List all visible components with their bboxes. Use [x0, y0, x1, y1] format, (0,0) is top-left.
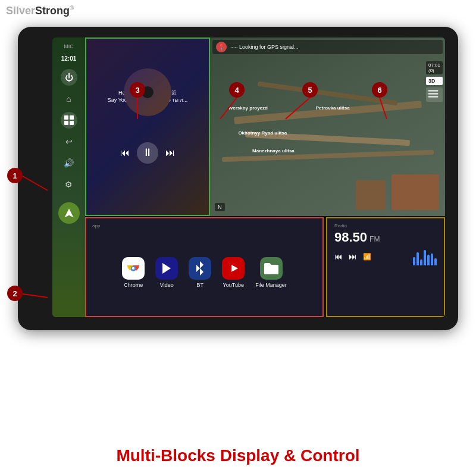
- app-bt[interactable]: BT: [189, 257, 211, 288]
- radio-prev-button[interactable]: ⏮: [334, 252, 343, 261]
- annotation-5: 5: [302, 82, 318, 98]
- apps-panel: app: [85, 217, 324, 317]
- left-sidebar: MIC 12:01 ⏻ ⌂ ↩ 🔊 ⚙: [52, 37, 85, 317]
- next-button[interactable]: ⏭: [165, 148, 175, 158]
- apps-section-label: app: [92, 223, 317, 228]
- svg-marker-7: [162, 263, 171, 274]
- bottom-section: app: [85, 217, 445, 317]
- youtube-label: YouTube: [223, 282, 244, 288]
- gps-icon: 📍: [216, 42, 227, 52]
- map-road-label-1: Iverskoy proyezd: [229, 105, 268, 111]
- svg-rect-0: [428, 90, 439, 92]
- prev-button[interactable]: ⏮: [120, 148, 130, 158]
- radio-band: FM: [369, 235, 380, 243]
- map-3d-button[interactable]: 3D: [426, 77, 443, 85]
- youtube-icon: [222, 257, 245, 280]
- bt-icon: [189, 257, 211, 280]
- top-section: Неприступная 难以接近 Say You Love (Скажи, ч…: [85, 37, 445, 216]
- annotation-6: 6: [372, 82, 387, 98]
- apps-grid-icon[interactable]: [61, 112, 77, 129]
- brand-header: SilverStrong®: [6, 5, 74, 17]
- app-filemanager[interactable]: File Manager: [255, 257, 287, 288]
- wave-bar-3: [420, 259, 422, 265]
- screen: MIC 12:01 ⏻ ⌂ ↩ 🔊 ⚙: [52, 37, 445, 317]
- annotation-4: 4: [229, 82, 245, 98]
- settings-icon[interactable]: ⚙: [61, 176, 77, 193]
- map-layers-button[interactable]: [426, 87, 443, 102]
- radio-scan-button[interactable]: 📶: [363, 253, 371, 261]
- mic-label: MIC: [64, 43, 74, 49]
- map-gps-header: 📍 ····· Looking for GPS signal...: [212, 40, 443, 54]
- video-icon: [155, 257, 178, 280]
- svg-rect-1: [428, 93, 439, 95]
- app-youtube[interactable]: YouTube: [222, 257, 245, 288]
- map-direction: N: [215, 203, 225, 211]
- chrome-label: Chrome: [124, 282, 143, 288]
- main-content: Неприступная 难以接近 Say You Love (Скажи, ч…: [85, 37, 445, 317]
- chrome-icon: [122, 257, 145, 280]
- gps-status-text: ····· Looking for GPS signal...: [230, 44, 439, 50]
- apps-grid: Chrome Video: [92, 233, 317, 311]
- annotation-1: 1: [7, 168, 23, 183]
- map-building: [392, 174, 439, 210]
- video-label: Video: [160, 282, 174, 288]
- navigation-icon[interactable]: [58, 202, 80, 224]
- map-widget: Iverskoy proyezd Petrovka ulitsa Okhotny…: [210, 37, 445, 216]
- filemanager-label: File Manager: [255, 282, 287, 288]
- wave-bar-7: [434, 258, 437, 265]
- filemanager-icon: [260, 257, 283, 280]
- radio-waveform: [413, 248, 437, 265]
- radio-controls: ⏮ ⏭ 📶: [334, 248, 437, 265]
- clock-display: 12:01: [61, 55, 77, 62]
- home-icon[interactable]: ⌂: [61, 90, 77, 107]
- radio-section-label: Radio: [334, 223, 437, 228]
- wave-bar-2: [416, 252, 419, 265]
- volume-down-icon[interactable]: 🔊: [61, 155, 77, 171]
- wave-bar-4: [424, 250, 426, 265]
- device-wrapper: MIC 12:01 ⏻ ⌂ ↩ 🔊 ⚙: [18, 27, 458, 330]
- power-icon[interactable]: ⏻: [61, 69, 77, 86]
- bt-label: BT: [196, 282, 203, 288]
- radio-freq-value: 98.50: [334, 231, 367, 244]
- map-right-controls: 07:01 (0) 3D: [426, 61, 443, 102]
- wave-bar-6: [431, 253, 433, 265]
- annotation-3: 3: [130, 82, 145, 98]
- radio-panel: Radio 98.50 FM ⏮ ⏭ 📶: [326, 217, 445, 317]
- map-time-display: 07:01 (0): [426, 61, 443, 74]
- radio-next-button[interactable]: ⏭: [349, 252, 357, 261]
- annotation-2: 2: [7, 286, 23, 301]
- svg-point-6: [132, 267, 134, 269]
- app-video[interactable]: Video: [155, 257, 178, 288]
- app-chrome[interactable]: Chrome: [122, 257, 145, 288]
- music-widget: Неприступная 难以接近 Say You Love (Скажи, ч…: [85, 37, 210, 216]
- svg-rect-2: [428, 96, 439, 98]
- music-controls: ⏮ ⏸ ⏭: [120, 142, 175, 164]
- map-road-label-2: Petrovka ulitsa: [316, 105, 350, 111]
- map-building-2: [356, 180, 386, 210]
- brand-silver: Silver: [6, 5, 35, 17]
- radio-frequency-display: 98.50 FM: [334, 231, 437, 244]
- map-road-label-3: Okhotnyy Ryad ulitsa: [238, 130, 287, 136]
- bottom-title: Multi-Blocks Display & Control: [0, 446, 476, 465]
- brand-strong: Strong: [35, 5, 70, 17]
- wave-bar-1: [413, 257, 415, 265]
- map-road-label-4: Manezhnaya ulitsa: [252, 148, 295, 154]
- back-icon[interactable]: ↩: [61, 133, 77, 150]
- brand-reg: ®: [70, 5, 74, 11]
- wave-bar-5: [427, 255, 430, 265]
- play-pause-button[interactable]: ⏸: [137, 142, 158, 164]
